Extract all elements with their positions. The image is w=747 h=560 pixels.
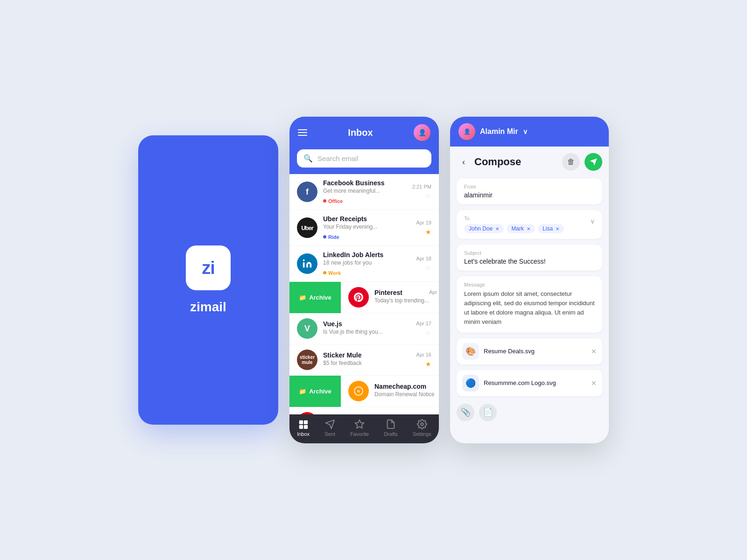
nav-label-favorite: Favorite <box>350 431 369 437</box>
remove-recipient-icon[interactable]: ✕ <box>556 226 559 231</box>
remove-attachment-2[interactable]: ✕ <box>591 379 597 387</box>
email-tag: Work <box>323 270 341 276</box>
email-item-pinterest[interactable]: Pinterest Today's top trending... Apr 19… <box>341 282 439 313</box>
tag-dot <box>323 271 326 274</box>
back-button[interactable]: ‹ <box>457 155 471 169</box>
recipient-name: Mark <box>511 225 524 232</box>
sender-name: Uber Receipts <box>323 215 416 223</box>
attachment-icon-2: 🔵 <box>462 375 479 392</box>
email-tag: Office <box>323 198 343 204</box>
tag-dot <box>323 235 326 238</box>
email-item-stickermule[interactable]: stickermule Sticker Mule $5 for feedback… <box>289 344 439 376</box>
email-list: f Facebook Business Get more meaningful.… <box>289 174 439 414</box>
nav-item-settings[interactable]: Settings <box>413 419 431 437</box>
inbox-screen: Inbox 👤 🔍 Search email f Facebook Busine… <box>289 117 439 443</box>
compose-actions: 🗑 <box>562 153 602 171</box>
subject-field: Subject Let's celebrate the Success! <box>457 245 602 271</box>
insert-image-button[interactable]: 📄 <box>479 404 497 421</box>
recipient-john-doe[interactable]: John Doe ✕ <box>464 224 504 233</box>
recipient-lisa[interactable]: Lisa ✕ <box>538 224 564 233</box>
email-time: 2:21 PM <box>412 184 431 189</box>
email-meta: 2:21 PM ☆ <box>412 184 431 200</box>
nav-label-drafts: Drafts <box>384 431 397 437</box>
tag-label: Ride <box>328 234 339 240</box>
inbox-header: Inbox 👤 <box>289 117 439 149</box>
svg-rect-7 <box>299 420 303 424</box>
svg-point-0 <box>303 259 305 261</box>
subject-value[interactable]: Let's celebrate the Success! <box>464 258 595 265</box>
email-preview: 18 new jobs for you <box>323 259 416 266</box>
attachment-1: 🎨 Resume Deals.svg ✕ <box>457 338 602 364</box>
sender-avatar-hsbc <box>297 412 317 414</box>
email-content-stickermule: Sticker Mule $5 for feedback <box>323 351 416 368</box>
remove-recipient-icon[interactable]: ✕ <box>527 226 530 231</box>
recipient-mark[interactable]: Mark ✕ <box>507 224 535 233</box>
delete-button[interactable]: 🗑 <box>562 153 580 171</box>
star-icon[interactable]: ☆ <box>425 192 431 200</box>
star-icon[interactable]: ☆ <box>425 264 431 272</box>
chevron-down-icon[interactable]: ∨ <box>523 128 528 135</box>
email-item-pinterest-wrapper: 📁 Archive Pinterest Today's top trending… <box>289 282 439 313</box>
send-button[interactable] <box>585 153 602 171</box>
splash-screen: zi zimail <box>138 135 278 425</box>
sender-avatar-linkedin <box>297 253 317 274</box>
star-icon[interactable]: ★ <box>425 360 431 368</box>
attach-file-button[interactable]: 📎 <box>457 404 474 421</box>
screens-container: zi zimail Inbox 👤 🔍 Search email <box>120 98 627 462</box>
svg-rect-8 <box>304 420 308 424</box>
to-tags: John Doe ✕ Mark ✕ Lisa ✕ <box>464 224 590 233</box>
svg-rect-10 <box>304 425 308 429</box>
attachment-2: 🔵 Resummme.com Logo.svg ✕ <box>457 370 602 396</box>
nav-item-sent[interactable]: Sent <box>324 419 335 437</box>
to-content: To John Doe ✕ Mark ✕ Lisa ✕ <box>464 216 590 233</box>
sender-name: Namecheap.com <box>374 383 435 390</box>
message-value[interactable]: Lorem ipsum dolor sit amet, consectetur … <box>464 289 595 327</box>
archive-action-namecheap[interactable]: 📁 Archive <box>289 376 341 407</box>
email-preview: Get more meaningful... <box>323 188 412 194</box>
avatar-image: 👤 <box>414 124 430 141</box>
sender-name: Facebook Business <box>323 179 412 187</box>
email-content-linkedin: LinkedIn Job Alerts 18 new jobs for you … <box>323 251 416 276</box>
sender-name: Pinterest <box>374 289 429 296</box>
remove-recipient-icon[interactable]: ✕ <box>495 226 499 231</box>
nav-item-drafts[interactable]: Drafts <box>384 419 397 437</box>
menu-button[interactable] <box>298 129 307 136</box>
logo-box: zi <box>186 245 231 290</box>
archive-action[interactable]: 📁 Archive <box>289 282 341 313</box>
compose-user-name: Alamin Mir <box>480 127 518 136</box>
search-bar[interactable]: 🔍 Search email <box>297 149 431 168</box>
search-input[interactable]: Search email <box>317 154 359 162</box>
svg-point-12 <box>421 423 423 426</box>
remove-attachment-1[interactable]: ✕ <box>591 348 597 355</box>
from-value[interactable]: alaminmir <box>464 191 595 199</box>
star-icon[interactable]: ☆ <box>425 329 431 336</box>
nav-label-inbox: Inbox <box>297 431 310 437</box>
email-item-uber[interactable]: Uber Uber Receipts Your Friday evening..… <box>289 210 439 246</box>
archive-label: Archive <box>309 294 331 301</box>
email-item-namecheap[interactable]: N Namecheap.com Domain Renewal Notice <box>341 376 439 407</box>
attachment-name-1: Resume Deals.svg <box>484 348 586 355</box>
from-field: From alaminmir <box>457 178 602 204</box>
sender-avatar-pinterest <box>348 287 369 308</box>
email-item-linkedin[interactable]: LinkedIn Job Alerts 18 new jobs for you … <box>289 246 439 282</box>
email-time: Apr 19 <box>416 220 431 225</box>
email-meta: Apr 16 ★ <box>416 352 431 368</box>
nav-item-inbox[interactable]: Inbox <box>297 419 310 437</box>
expand-to-icon[interactable]: ∨ <box>590 217 595 225</box>
compose-body: ‹ Compose 🗑 From alaminmir To <box>450 147 609 443</box>
email-item-vuejs[interactable]: V Vue.js Is Vue.js the thing you... Apr … <box>289 313 439 344</box>
email-meta: Apr 19 ☆ <box>429 289 439 305</box>
user-avatar[interactable]: 👤 <box>414 124 430 141</box>
nav-item-favorite[interactable]: Favorite <box>350 419 369 437</box>
attachment-name-2: Resummme.com Logo.svg <box>484 379 586 386</box>
sender-avatar-vuejs: V <box>297 318 317 339</box>
email-content-vuejs: Vue.js Is Vue.js the thing you... <box>323 320 416 337</box>
star-icon[interactable]: ☆ <box>438 298 439 305</box>
message-field: Message Lorem ipsum dolor sit amet, cons… <box>457 276 602 333</box>
tag-label: Work <box>328 270 341 276</box>
email-item-facebook[interactable]: f Facebook Business Get more meaningful.… <box>289 174 439 210</box>
email-item-hsbc[interactable]: HSBC One Time Password Apr 15 ☆ <box>289 407 439 414</box>
star-icon[interactable]: ★ <box>425 228 431 236</box>
search-bar-wrapper: 🔍 Search email <box>289 149 439 174</box>
email-content-namecheap: Namecheap.com Domain Renewal Notice <box>374 383 435 399</box>
